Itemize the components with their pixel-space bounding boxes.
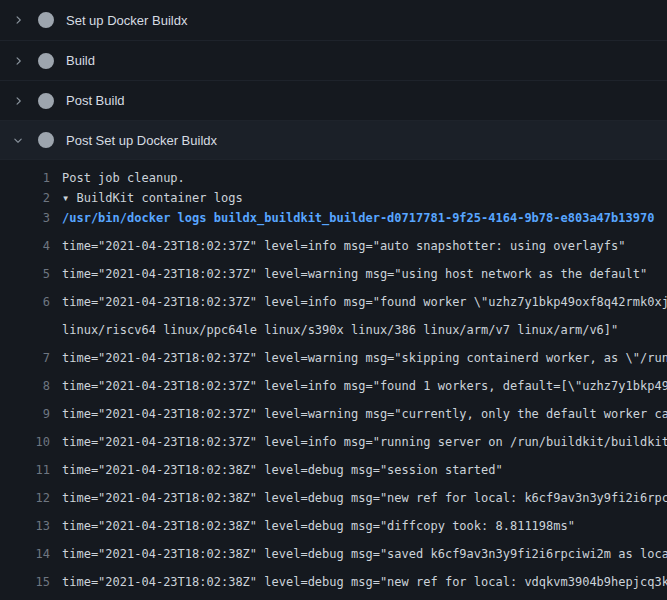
log-line-text: time="2021-04-23T18:02:38Z" level=debug … xyxy=(50,488,667,508)
log-line-number[interactable]: 6 xyxy=(0,292,50,312)
log-line-number[interactable]: 7 xyxy=(0,348,50,368)
log-line: 7time="2021-04-23T18:02:37Z" level=warni… xyxy=(0,340,667,368)
check-circle-icon xyxy=(38,53,54,69)
step-title: Post Build xyxy=(66,93,125,108)
log-line: 9time="2021-04-23T18:02:37Z" level=warni… xyxy=(0,396,667,424)
log-line-text: time="2021-04-23T18:02:37Z" level=info m… xyxy=(50,236,667,256)
log-line-text: Post job cleanup. xyxy=(50,168,667,188)
log-line-text: time="2021-04-23T18:02:38Z" level=debug … xyxy=(50,460,667,480)
log-line-text[interactable]: ▾ BuildKit container logs xyxy=(50,188,667,208)
log-line: 2▾ BuildKit container logs xyxy=(0,188,667,208)
log-line: 6time="2021-04-23T18:02:37Z" level=info … xyxy=(0,284,667,312)
log-line-number xyxy=(0,320,50,340)
log-line: linux/riscv64 linux/ppc64le linux/s390x … xyxy=(0,312,667,340)
log-line-number[interactable]: 15 xyxy=(0,572,50,592)
chevron-down-icon xyxy=(10,132,26,148)
log-line-number[interactable]: 2 xyxy=(0,188,50,208)
log-viewer: 1Post job cleanup.2▾ BuildKit container … xyxy=(0,160,667,600)
step-header-post-build[interactable]: Post Build xyxy=(0,80,667,120)
log-line-text: linux/riscv64 linux/ppc64le linux/s390x … xyxy=(50,320,667,340)
log-line-number[interactable]: 5 xyxy=(0,264,50,284)
log-line: 12time="2021-04-23T18:02:38Z" level=debu… xyxy=(0,480,667,508)
log-line-number[interactable]: 1 xyxy=(0,168,50,188)
log-line-text: time="2021-04-23T18:02:37Z" level=info m… xyxy=(50,432,667,452)
log-line-text: time="2021-04-23T18:02:37Z" level=warnin… xyxy=(50,404,667,424)
log-line: 16time="2021-04-23T18:02:38Z" level=debu… xyxy=(0,592,667,600)
step-title: Build xyxy=(66,53,95,68)
log-line: 4time="2021-04-23T18:02:37Z" level=info … xyxy=(0,228,667,256)
check-circle-icon xyxy=(38,12,54,28)
log-line: 15time="2021-04-23T18:02:38Z" level=debu… xyxy=(0,564,667,592)
log-line: 10time="2021-04-23T18:02:37Z" level=info… xyxy=(0,424,667,452)
step-header-set-up-docker-buildx[interactable]: Set up Docker Buildx xyxy=(0,0,667,40)
chevron-right-icon xyxy=(10,93,26,109)
log-line: 5time="2021-04-23T18:02:37Z" level=warni… xyxy=(0,256,667,284)
log-line-number[interactable]: 10 xyxy=(0,432,50,452)
log-line-text: time="2021-04-23T18:02:37Z" level=warnin… xyxy=(50,264,667,284)
step-title: Post Set up Docker Buildx xyxy=(66,133,217,148)
check-circle-icon xyxy=(38,93,54,109)
log-line-text: time="2021-04-23T18:02:38Z" level=debug … xyxy=(50,516,667,536)
log-line: 11time="2021-04-23T18:02:38Z" level=debu… xyxy=(0,452,667,480)
log-line: 13time="2021-04-23T18:02:38Z" level=debu… xyxy=(0,508,667,536)
log-line: 8time="2021-04-23T18:02:37Z" level=info … xyxy=(0,368,667,396)
step-header-build[interactable]: Build xyxy=(0,40,667,80)
log-line-number[interactable]: 8 xyxy=(0,376,50,396)
chevron-right-icon xyxy=(10,53,26,69)
log-line-number[interactable]: 13 xyxy=(0,516,50,536)
log-line: 1Post job cleanup. xyxy=(0,168,667,188)
log-line: 3/usr/bin/docker logs buildx_buildkit_bu… xyxy=(0,208,667,228)
log-line-text: time="2021-04-23T18:02:37Z" level=info m… xyxy=(50,292,667,312)
log-line: 14time="2021-04-23T18:02:38Z" level=debu… xyxy=(0,536,667,564)
log-line-number[interactable]: 11 xyxy=(0,460,50,480)
log-line-text: time="2021-04-23T18:02:38Z" level=debug … xyxy=(50,544,667,564)
step-title: Set up Docker Buildx xyxy=(66,13,187,28)
check-circle-icon xyxy=(38,132,54,148)
log-line-number[interactable]: 12 xyxy=(0,488,50,508)
step-header-post-set-up-docker-buildx[interactable]: Post Set up Docker Buildx xyxy=(0,120,667,160)
log-line-number[interactable]: 14 xyxy=(0,544,50,564)
chevron-right-icon xyxy=(10,12,26,28)
log-line-text: time="2021-04-23T18:02:37Z" level=info m… xyxy=(50,376,667,396)
log-line-number[interactable]: 9 xyxy=(0,404,50,424)
log-line-number[interactable]: 4 xyxy=(0,236,50,256)
log-line-number[interactable]: 3 xyxy=(0,208,50,228)
group-expand-icon: ▾ xyxy=(62,191,76,205)
steps-list: Set up Docker Buildx Build Post Build Po… xyxy=(0,0,667,160)
log-line-text: time="2021-04-23T18:02:37Z" level=warnin… xyxy=(50,348,667,368)
log-command-text: /usr/bin/docker logs buildx_buildkit_bui… xyxy=(50,208,667,228)
log-line-text: time="2021-04-23T18:02:38Z" level=debug … xyxy=(50,572,667,592)
